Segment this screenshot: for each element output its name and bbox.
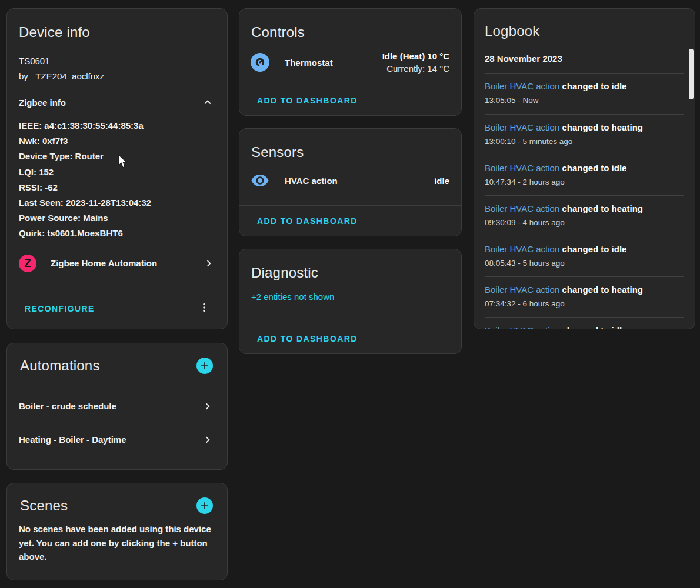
integration-label: Zigbee Home Automation [51,258,157,268]
zigbee-attributes: IEEE: a4:c1:38:30:55:44:85:3a Nwk: 0xf7f… [7,109,227,242]
thermostat-name: Thermostat [285,58,333,68]
sensors-title: Sensors [239,129,461,161]
logbook-entity-link[interactable]: Boiler HVAC action [485,81,559,91]
thermostat-state: Idle (Heat) 10 °C Currently: 14 °C [382,51,449,74]
zigbee-info-header[interactable]: Zigbee info [7,84,227,109]
automation-row-heating-boiler-daytime[interactable]: Heating - Boiler - Daytime [19,423,214,456]
logbook-entry-action: changed to heating [562,122,643,132]
scenes-card: Scenes No scenes have been added using t… [6,483,228,580]
logbook-entity-link[interactable]: Boiler HVAC action [485,325,559,329]
add-to-dashboard-button[interactable]: ADD TO DASHBOARD [257,334,358,343]
device-page: Device info TS0601 by _TZE204_aoclfnxz Z… [0,0,700,580]
logbook-entity-link[interactable]: Boiler HVAC action [485,285,559,295]
add-to-dashboard-button[interactable]: ADD TO DASHBOARD [257,216,358,226]
add-scene-button[interactable] [196,497,213,514]
zigbee-attr-rssi: RSSI: -62 [19,180,215,195]
diagnostic-card: Diagnostic +2 entities not shown ADD TO … [239,249,462,354]
logbook-entry-time: 09:30:09 - 4 hours ago [485,218,684,227]
hvac-action-state: idle [434,176,449,186]
logbook-card: Logbook 28 November 2023 Boiler HVAC act… [474,8,695,329]
sensors-card: Sensors HVAC action idle ADD TO DASHBOAR… [239,128,462,236]
logbook-entry-time: 13:00:10 - 5 minutes ago [485,137,684,146]
automations-title: Automations [20,358,100,374]
logbook-scroll-area[interactable]: 28 November 2023 Boiler HVAC action chan… [474,48,695,329]
eye-icon [251,171,269,190]
logbook-entry-action: changed to idle [562,325,626,329]
thermostat-state-primary: Idle (Heat) 10 °C [382,51,449,61]
chevron-right-icon [201,400,214,413]
thermostat-entity-row[interactable]: Thermostat Idle (Heat) 10 °C Currently: … [239,41,461,74]
logbook-entry-time: 08:05:43 - 5 hours ago [485,259,684,268]
zha-logo-icon: Z [19,255,36,272]
chevron-right-icon [202,257,215,270]
device-info-card: Device info TS0601 by _TZE204_aoclfnxz Z… [6,8,228,329]
logbook-entry: Boiler HVAC action changed to heating 13… [485,114,684,155]
logbook-entry: Boiler HVAC action changed to idle 13:05… [485,74,684,114]
zigbee-attr-nwk: Nwk: 0xf7f3 [19,133,215,149]
logbook-entry-action: changed to idle [562,81,626,91]
logbook-entry-time: 13:05:05 - Now [485,96,684,105]
automation-row-boiler-crude-schedule[interactable]: Boiler - crude schedule [19,389,214,423]
zigbee-info-label: Zigbee info [19,98,66,108]
zigbee-attr-lqi: LQI: 152 [19,165,215,180]
logbook-entry: Boiler HVAC action changed to idle 10:47… [485,155,684,195]
zigbee-attr-last-seen: Last Seen: 2023-11-28T13:04:32 [19,195,215,211]
hvac-action-name: HVAC action [285,176,338,186]
logbook-entity-link[interactable]: Boiler HVAC action [485,163,559,173]
scenes-empty-text: No scenes have been added using this dev… [7,514,227,564]
logbook-entity-link[interactable]: Boiler HVAC action [485,203,559,213]
logbook-scrollbar-thumb[interactable] [689,49,694,99]
zigbee-attr-quirk: Quirk: ts0601.MoesBHT6 [19,226,215,241]
chevron-up-icon[interactable] [201,96,214,109]
logbook-date-header: 28 November 2023 [485,48,684,74]
device-model: TS0601 [19,54,215,69]
automation-label: Boiler - crude schedule [19,401,116,411]
logbook-title: Logbook [474,9,695,39]
zigbee-attr-device-type: Device Type: Router [19,149,215,164]
logbook-entry: Boiler HVAC action changed to heating 09… [485,195,684,236]
controls-card: Controls Thermostat Idle (Heat) 10 °C Cu… [239,8,462,116]
logbook-entry: Boiler HVAC action changed to heating 07… [485,276,684,317]
diagnostic-card-actions: ADD TO DASHBOARD [239,323,461,353]
zigbee-attr-power-source: Power Source: Mains [19,211,215,226]
hvac-action-entity-row[interactable]: HVAC action idle [239,161,461,190]
logbook-entry-action: changed to idle [562,244,626,254]
automation-label: Heating - Boiler - Daytime [19,435,126,445]
logbook-entry-action: changed to idle [562,163,626,173]
more-entities-link[interactable]: +2 entities not shown [239,281,461,302]
logbook-entry: Boiler HVAC action changed to idle 08:05… [485,236,684,276]
sensors-card-actions: ADD TO DASHBOARD [239,205,461,236]
device-card-footer: RECONFIGURE [7,288,227,329]
add-to-dashboard-button[interactable]: ADD TO DASHBOARD [257,96,358,105]
chevron-right-icon [201,433,214,446]
logbook-entry-time: 07:34:32 - 6 hours ago [485,299,684,308]
logbook-entry-action: changed to heating [562,285,643,295]
thermostat-state-secondary: Currently: 14 °C [382,64,449,74]
controls-card-actions: ADD TO DASHBOARD [239,85,461,115]
diagnostic-title: Diagnostic [239,249,461,281]
zigbee-attr-ieee: IEEE: a4:c1:38:30:55:44:85:3a [19,118,215,133]
add-automation-button[interactable] [196,358,213,374]
logbook-entity-link[interactable]: Boiler HVAC action [485,244,559,254]
controls-title: Controls [239,9,461,41]
reconfigure-button[interactable]: RECONFIGURE [25,304,95,313]
thermostat-dial-icon [251,53,269,72]
logbook-entry: Boiler HVAC action changed to idle [485,317,684,329]
device-model-block: TS0601 by _TZE204_aoclfnxz [7,41,227,84]
three-dot-menu-icon[interactable] [198,301,211,316]
integration-link-zha[interactable]: Z Zigbee Home Automation [7,242,227,272]
automations-card: Automations Boiler - crude schedule Heat… [6,343,228,470]
logbook-entry-time: 10:47:34 - 2 hours ago [485,178,684,186]
logbook-entry-action: changed to heating [562,203,643,213]
scenes-title: Scenes [20,497,68,514]
device-manufacturer: by _TZE204_aoclfnxz [19,69,215,84]
logbook-entity-link[interactable]: Boiler HVAC action [485,122,559,132]
device-info-title: Device info [7,9,227,41]
